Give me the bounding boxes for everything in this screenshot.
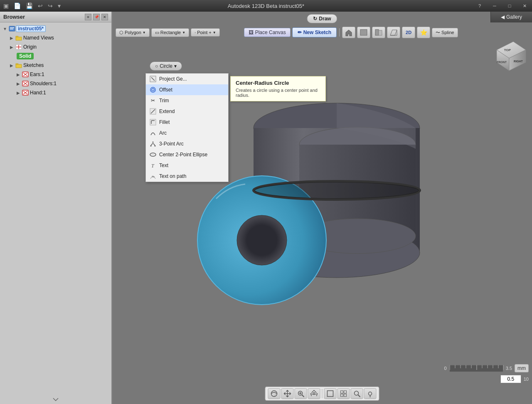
sidebar-item-ears[interactable]: ▶ Ears:1: [0, 70, 111, 79]
minimize-button[interactable]: ─: [487, 0, 502, 12]
sidebar-item-hand[interactable]: ▶ Hand:1: [0, 88, 111, 97]
toolbar-container: ↻ Draw ⬡ Polygon ▭ Rectangle · Point +: [112, 12, 532, 37]
svg-line-50: [302, 395, 304, 397]
tree-root[interactable]: ▼ instruct05*: [0, 24, 111, 33]
more-icon[interactable]: ▾: [56, 2, 62, 10]
side-view-button[interactable]: [372, 27, 385, 38]
mm-badge: mm: [515, 364, 529, 372]
2d-view-button[interactable]: 2D: [402, 27, 415, 38]
zoom-custom-button[interactable]: [351, 388, 363, 399]
dropdown-arc[interactable]: Arc: [146, 128, 228, 138]
origin-icon: [15, 43, 22, 51]
sidebar-item-shoulders[interactable]: ▶ Shoulders:1: [0, 79, 111, 88]
coord-input[interactable]: [500, 375, 521, 383]
dropdown-trim[interactable]: ✂ Trim: [146, 95, 228, 106]
circle-dropdown: Project Ge... Offset ✂ Trim Extend: [145, 73, 229, 182]
place-canvas-button[interactable]: 🖼 Place Canvas: [244, 28, 291, 37]
undo-icon[interactable]: ↩: [36, 2, 44, 10]
hand-icon: [22, 89, 29, 96]
point-button[interactable]: · Point +: [191, 28, 220, 37]
gallery-label: Gallery: [506, 14, 522, 20]
zoom-value: 10: [524, 377, 529, 382]
file-icon[interactable]: 📄: [12, 2, 22, 10]
app-logo-icon[interactable]: ▣: [2, 2, 10, 10]
dropdown-extend[interactable]: Extend: [146, 106, 228, 117]
save-icon[interactable]: 💾: [24, 2, 34, 10]
rectangle-button[interactable]: ▭ Rectangle: [151, 28, 189, 37]
browser-tree: ▼ instruct05* ▶ Named Views ▶: [0, 22, 111, 99]
root-arrow-icon: ▼: [2, 27, 8, 31]
new-sketch-label: New Sketch: [303, 30, 331, 35]
spline-icon: 〜: [436, 30, 440, 36]
close-button[interactable]: ✕: [517, 0, 532, 12]
origin-arrow-icon: ▶: [8, 45, 15, 49]
sketches-label: Sketches: [22, 62, 44, 68]
star-view-button[interactable]: ⭐: [417, 27, 430, 38]
window-title: Autodesk 123D Beta instruct05*: [228, 3, 304, 9]
help-icon[interactable]: ?: [472, 0, 487, 12]
dropdown-project-ge[interactable]: Project Ge...: [146, 74, 228, 84]
viewport[interactable]: ↻ Draw ⬡ Polygon ▭ Rectangle · Point +: [112, 12, 532, 404]
browser-controls[interactable]: ≡ 📌 ✕: [85, 14, 108, 20]
dropdown-offset[interactable]: Offset: [146, 84, 228, 95]
dropdown-text-on-path[interactable]: Ta Text on path: [146, 171, 228, 182]
box-view-button[interactable]: [324, 388, 337, 399]
svg-point-21: [152, 89, 154, 91]
redo-icon[interactable]: ↪: [46, 2, 54, 10]
new-sketch-pencil-icon: ✏: [298, 30, 302, 35]
new-sketch-button[interactable]: ✏ New Sketch: [292, 27, 337, 37]
circle-button[interactable]: ○ Circle ▾: [150, 62, 182, 71]
point-icon: ·: [195, 30, 196, 35]
ears-label: Ears:1: [29, 71, 44, 77]
point-label: Point: [197, 30, 207, 35]
move-button[interactable]: [308, 388, 320, 399]
gallery-bar[interactable]: ◀ Gallery: [490, 12, 532, 22]
orbit-button[interactable]: [268, 388, 281, 399]
browser-pin-icon[interactable]: 📌: [93, 14, 100, 20]
dropdown-ellipse[interactable]: Center 2-Point Ellipse: [146, 149, 228, 160]
home-view-button[interactable]: [342, 27, 355, 38]
sidebar-item-solid[interactable]: ▶ Solid: [0, 52, 111, 61]
window-controls[interactable]: ? ─ □ ✕: [472, 0, 532, 12]
svg-rect-17: [379, 30, 382, 35]
sidebar-item-sketches[interactable]: ▶ Sketches: [0, 61, 111, 70]
ruler-bar: [449, 365, 503, 372]
svg-point-20: [150, 87, 155, 92]
draw-button[interactable]: ↻ Draw: [307, 14, 337, 23]
shoulders-label: Shoulders:1: [29, 81, 57, 86]
place-canvas-icon: 🖼: [249, 30, 254, 35]
dropdown-fillet[interactable]: Fillet: [146, 117, 228, 128]
browser-close-icon[interactable]: ✕: [101, 14, 108, 20]
svg-rect-1: [10, 27, 14, 28]
perspective-view-button[interactable]: [387, 27, 400, 38]
browser-title: Browser: [3, 14, 25, 20]
tooltip-description: Creates a circle using a center point an…: [236, 88, 320, 98]
svg-point-48: [271, 391, 277, 397]
front-view-button[interactable]: [357, 27, 370, 38]
more-options-button[interactable]: [364, 388, 377, 399]
dropdown-3point-arc[interactable]: 3-Point Arc: [146, 138, 228, 149]
dropdown-text[interactable]: T Text: [146, 160, 228, 171]
svg-text:TOP: TOP: [504, 48, 511, 52]
circle-icon: ○: [155, 63, 158, 69]
sidebar-item-origin[interactable]: ▶ Origin: [0, 42, 111, 52]
restore-button[interactable]: □: [502, 0, 517, 12]
ruler-top-line: 0: [444, 364, 529, 372]
rectangle-label: Rectangle: [160, 30, 181, 35]
sidebar-item-named-views[interactable]: ▶ Named Views: [0, 33, 111, 42]
browser-scroll-down[interactable]: [53, 397, 59, 402]
offset-icon: [149, 86, 157, 94]
title-bar: ▣ 📄 💾 ↩ ↪ ▾ Autodesk 123D Beta instruct0…: [0, 0, 532, 12]
solid-label: Solid: [17, 53, 34, 59]
svg-point-60: [369, 392, 372, 395]
pan-button[interactable]: [281, 388, 294, 399]
browser-collapse-icon[interactable]: ≡: [85, 14, 91, 20]
zoom-area: 10: [524, 377, 529, 382]
zoom-fit-button[interactable]: [295, 388, 307, 399]
polygon-button[interactable]: ⬡ Polygon: [116, 28, 150, 37]
title-bar-left-icons[interactable]: ▣ 📄 💾 ↩ ↪ ▾: [0, 0, 62, 12]
ruler-bottom-line: 10: [500, 375, 529, 383]
origin-label: Origin: [22, 44, 37, 50]
spline-button[interactable]: 〜 Spline: [432, 28, 458, 37]
grid-view-button[interactable]: [337, 388, 350, 399]
